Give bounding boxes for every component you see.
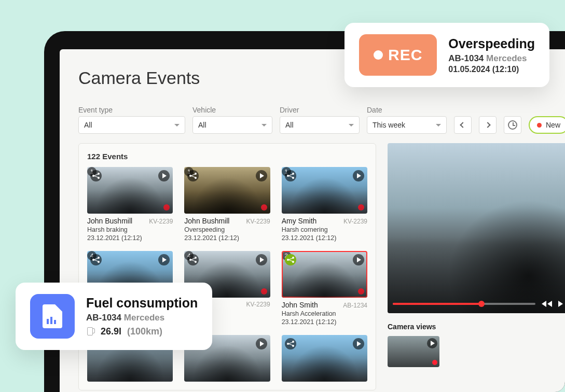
overlay-rec-datetime: 01.05.2024 (12:10) — [448, 65, 535, 74]
record-dot-icon — [261, 288, 267, 295]
event-vehicle: KV-2239 — [246, 218, 270, 225]
chevron-down-icon — [349, 124, 354, 127]
filter-date-value: This week — [373, 121, 405, 129]
filter-label-event-type: Event type — [78, 106, 185, 114]
event-driver: Amy Smith — [282, 217, 317, 225]
event-card[interactable] — [282, 335, 367, 382]
overlay-fuel-vehicle-id: AB-1034 — [86, 313, 121, 323]
share-icon[interactable] — [90, 170, 102, 181]
overlay-rec-vehicle-make: Mercedes — [486, 53, 527, 63]
event-driver: John Smith — [282, 301, 318, 309]
event-time: 23.12.2021 (12:12) — [282, 318, 367, 326]
event-count-badge: 2 — [282, 251, 291, 260]
play-icon[interactable] — [353, 338, 364, 349]
event-vehicle: AB-1234 — [343, 302, 367, 309]
clock-icon — [508, 120, 517, 130]
record-dot-icon — [537, 123, 542, 128]
filter-vehicle-value: All — [198, 121, 206, 129]
event-thumbnail[interactable]: 1 — [282, 167, 367, 214]
filter-label-driver: Driver — [280, 106, 360, 114]
record-dot-icon — [432, 360, 437, 365]
event-card[interactable]: 2 John Smith AB-1234 Harsh Acceleration … — [282, 251, 367, 326]
record-dot-icon — [358, 204, 364, 211]
video-rewind-button[interactable] — [542, 301, 552, 307]
record-dot-icon — [163, 204, 170, 211]
event-count-badge: 4 — [87, 251, 97, 260]
camera-view-thumbnail[interactable] — [388, 336, 439, 367]
document-chart-icon — [30, 294, 75, 339]
record-dot-icon — [358, 288, 364, 295]
overlay-fuel-heading: Fuel consumption — [86, 296, 198, 311]
filter-label-date: Date — [367, 106, 447, 114]
events-count: 122 Events — [87, 152, 367, 161]
event-thumbnail[interactable] — [282, 335, 367, 382]
event-thumbnail-selected[interactable]: 2 — [282, 251, 367, 298]
filter-driver-value: All — [285, 121, 294, 129]
play-icon[interactable] — [353, 170, 364, 181]
share-icon[interactable] — [285, 254, 296, 265]
chevron-down-icon — [436, 124, 441, 127]
video-controls — [388, 295, 565, 313]
share-icon[interactable] — [187, 170, 199, 181]
event-driver: John Bushmill — [87, 217, 132, 225]
event-type: Harsh Acceleration — [282, 310, 367, 317]
overlay-fuel-vehicle-make: Mercedes — [124, 313, 164, 323]
new-filter-pill[interactable]: New — [529, 116, 565, 134]
share-icon[interactable] — [187, 254, 199, 265]
history-button[interactable] — [504, 116, 521, 134]
play-icon[interactable] — [256, 170, 267, 181]
event-type: Harsh cornering — [282, 226, 367, 233]
date-prev-button[interactable] — [454, 116, 472, 134]
rec-label: REC — [388, 46, 422, 64]
filter-vehicle[interactable]: All — [192, 116, 272, 134]
share-icon[interactable] — [90, 254, 102, 265]
video-player[interactable] — [388, 143, 565, 313]
play-icon[interactable] — [256, 338, 267, 349]
event-thumbnail[interactable]: 1 — [87, 167, 173, 214]
chevron-left-icon — [460, 122, 465, 128]
record-dot-icon — [374, 50, 383, 60]
event-count-badge: 4 — [184, 251, 194, 260]
chevron-down-icon — [261, 124, 267, 127]
play-icon[interactable] — [353, 254, 364, 265]
event-vehicle: KV-2239 — [343, 218, 367, 225]
event-count-badge: 1 — [87, 167, 97, 176]
filters-row: Event type All Vehicle All Driver — [78, 106, 565, 134]
play-icon[interactable] — [158, 254, 170, 265]
event-card[interactable]: 1 Amy Smith KV-2239 Harsh cornering 23.1… — [282, 167, 367, 242]
filter-event-type-value: All — [84, 121, 92, 129]
play-icon[interactable] — [158, 170, 170, 181]
event-count-badge: 1 — [184, 167, 194, 176]
play-icon[interactable] — [427, 338, 437, 348]
filter-driver[interactable]: All — [280, 116, 360, 134]
event-thumbnail[interactable]: 1 — [184, 167, 270, 214]
event-vehicle: KV-2239 — [149, 218, 173, 225]
event-type: Harsh braking — [87, 226, 173, 233]
event-type: Overspeeding — [184, 226, 270, 233]
video-play-button[interactable] — [558, 301, 563, 307]
chevron-down-icon — [174, 124, 180, 127]
event-time: 23.12.2021 (12:12) — [184, 234, 270, 242]
overlay-rec-vehicle-id: AB-1034 — [448, 53, 484, 63]
rec-badge: REC — [359, 34, 437, 76]
overlay-fuel-value: 26.9l — [101, 326, 121, 337]
event-card[interactable]: 1 John Bushmill KV-2239 Overspeeding 23.… — [184, 167, 270, 242]
overlay-overspeeding-card: REC Overspeeding AB-1034 Mercedes 01.05.… — [344, 23, 549, 87]
video-seek-bar[interactable] — [393, 303, 535, 305]
event-driver: John Bushmill — [184, 217, 229, 225]
overlay-fuel-card: Fuel consumption AB-1034 Mercedes 26.9l … — [16, 283, 212, 350]
chevron-right-icon — [485, 122, 490, 128]
event-card[interactable]: 1 John Bushmill KV-2239 Harsh braking 23… — [87, 167, 173, 242]
date-next-button[interactable] — [479, 116, 497, 134]
event-time: 23.12.2021 (12:12) — [282, 234, 367, 242]
share-icon[interactable] — [285, 338, 296, 349]
camera-views-heading: Camera views — [388, 323, 565, 331]
filter-event-type[interactable]: All — [78, 116, 185, 134]
share-icon[interactable] — [285, 170, 296, 181]
filter-label-vehicle: Vehicle — [192, 106, 272, 114]
events-panel: 122 Events 1 John Bushmill — [78, 143, 376, 390]
play-icon[interactable] — [256, 254, 267, 265]
filter-date[interactable]: This week — [367, 116, 447, 134]
overlay-rec-heading: Overspeeding — [448, 36, 535, 51]
event-count-badge: 1 — [282, 167, 291, 176]
